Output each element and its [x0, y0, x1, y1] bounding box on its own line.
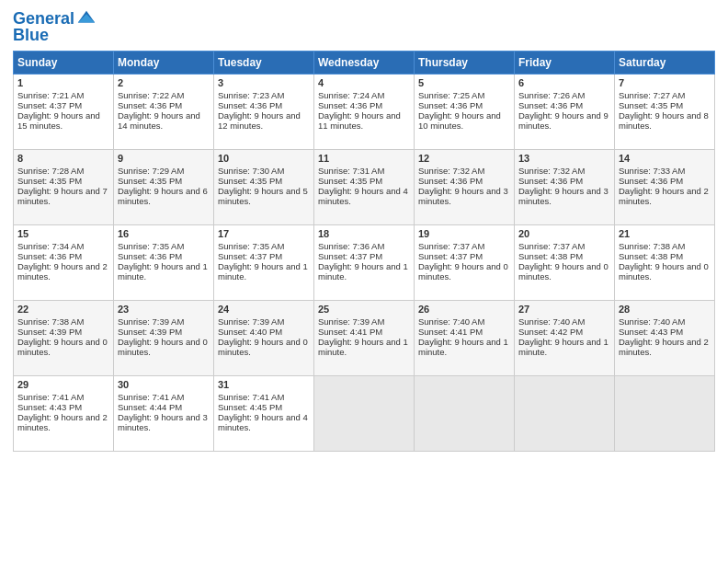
calendar-day-cell: 12 Sunrise: 7:32 AM Sunset: 4:36 PM Dayl…: [415, 150, 515, 225]
calendar-day-cell: 17 Sunrise: 7:35 AM Sunset: 4:37 PM Dayl…: [214, 225, 314, 301]
day-of-week-header: Monday: [114, 52, 214, 75]
daylight-text: Daylight: 9 hours and 1 minute.: [318, 261, 408, 282]
calendar-day-cell: 20 Sunrise: 7:37 AM Sunset: 4:38 PM Dayl…: [515, 225, 615, 301]
sunrise-text: Sunrise: 7:38 AM: [17, 316, 84, 327]
daylight-text: Daylight: 9 hours and 7 minutes.: [17, 186, 108, 206]
day-number: 29: [17, 379, 109, 390]
logo-blue: Blue: [13, 26, 97, 45]
sunset-text: Sunset: 4:45 PM: [218, 402, 282, 412]
day-of-week-header: Saturday: [615, 52, 715, 75]
header-row: SundayMondayTuesdayWednesdayThursdayFrid…: [14, 52, 715, 75]
sunrise-text: Sunrise: 7:28 AM: [17, 166, 84, 176]
sunrise-text: Sunrise: 7:25 AM: [418, 90, 484, 100]
day-number: 11: [318, 153, 410, 164]
calendar-day-cell: 8 Sunrise: 7:28 AM Sunset: 4:35 PM Dayli…: [14, 150, 114, 225]
day-number: 27: [518, 304, 610, 315]
header: General Blue: [13, 9, 715, 45]
calendar-day-cell: 23 Sunrise: 7:39 AM Sunset: 4:39 PM Dayl…: [114, 301, 214, 376]
logo: General Blue: [13, 9, 97, 45]
daylight-text: Daylight: 9 hours and 0 minutes.: [518, 261, 609, 282]
day-number: 1: [17, 77, 109, 88]
day-number: 5: [418, 77, 510, 88]
sunset-text: Sunset: 4:36 PM: [418, 100, 483, 110]
daylight-text: Daylight: 9 hours and 10 minutes.: [418, 110, 501, 131]
calendar-week-row: 22 Sunrise: 7:38 AM Sunset: 4:39 PM Dayl…: [14, 301, 715, 376]
daylight-text: Daylight: 9 hours and 3 minutes.: [118, 412, 208, 432]
sunrise-text: Sunrise: 7:29 AM: [118, 166, 184, 176]
daylight-text: Daylight: 9 hours and 1 minute.: [518, 337, 609, 357]
daylight-text: Daylight: 9 hours and 2 minutes.: [619, 186, 709, 206]
sunrise-text: Sunrise: 7:38 AM: [619, 241, 685, 251]
sunrise-text: Sunrise: 7:32 AM: [418, 166, 484, 176]
sunset-text: Sunset: 4:38 PM: [619, 251, 683, 261]
calendar-day-cell: 30 Sunrise: 7:41 AM Sunset: 4:44 PM Dayl…: [114, 376, 214, 452]
calendar-day-cell: [615, 376, 715, 452]
calendar-day-cell: 22 Sunrise: 7:38 AM Sunset: 4:39 PM Dayl…: [14, 301, 114, 376]
day-number: 14: [619, 153, 711, 164]
day-number: 18: [318, 228, 410, 239]
calendar-week-row: 15 Sunrise: 7:34 AM Sunset: 4:36 PM Dayl…: [14, 225, 715, 301]
sunset-text: Sunset: 4:37 PM: [318, 251, 382, 261]
calendar-day-cell: 26 Sunrise: 7:40 AM Sunset: 4:41 PM Dayl…: [415, 301, 515, 376]
calendar-day-cell: 13 Sunrise: 7:32 AM Sunset: 4:36 PM Dayl…: [515, 150, 615, 225]
sunrise-text: Sunrise: 7:39 AM: [318, 316, 384, 327]
sunset-text: Sunset: 4:41 PM: [318, 327, 382, 337]
sunrise-text: Sunrise: 7:34 AM: [17, 241, 84, 251]
sunrise-text: Sunrise: 7:23 AM: [218, 90, 284, 100]
calendar-day-cell: 6 Sunrise: 7:26 AM Sunset: 4:36 PM Dayli…: [515, 75, 615, 150]
daylight-text: Daylight: 9 hours and 3 minutes.: [518, 186, 609, 206]
day-number: 31: [218, 379, 310, 390]
calendar-day-cell: 29 Sunrise: 7:41 AM Sunset: 4:43 PM Dayl…: [14, 376, 114, 452]
calendar-day-cell: 2 Sunrise: 7:22 AM Sunset: 4:36 PM Dayli…: [114, 75, 214, 150]
sunset-text: Sunset: 4:44 PM: [118, 402, 182, 412]
sunset-text: Sunset: 4:37 PM: [17, 100, 82, 110]
sunset-text: Sunset: 4:42 PM: [518, 327, 583, 337]
daylight-text: Daylight: 9 hours and 8 minutes.: [619, 110, 709, 131]
day-number: 21: [619, 228, 711, 239]
day-number: 12: [418, 153, 510, 164]
day-of-week-header: Wednesday: [314, 52, 415, 75]
sunset-text: Sunset: 4:36 PM: [218, 100, 282, 110]
sunrise-text: Sunrise: 7:22 AM: [118, 90, 184, 100]
day-of-week-header: Sunday: [14, 52, 114, 75]
day-number: 10: [218, 153, 310, 164]
sunset-text: Sunset: 4:36 PM: [619, 176, 683, 186]
calendar-day-cell: 28 Sunrise: 7:40 AM Sunset: 4:43 PM Dayl…: [615, 301, 715, 376]
daylight-text: Daylight: 9 hours and 0 minutes.: [17, 337, 108, 357]
sunset-text: Sunset: 4:37 PM: [418, 251, 483, 261]
daylight-text: Daylight: 9 hours and 0 minutes.: [418, 261, 508, 282]
sunset-text: Sunset: 4:35 PM: [218, 176, 282, 186]
sunrise-text: Sunrise: 7:30 AM: [218, 166, 284, 176]
calendar-day-cell: 21 Sunrise: 7:38 AM Sunset: 4:38 PM Dayl…: [615, 225, 715, 301]
sunrise-text: Sunrise: 7:26 AM: [518, 90, 585, 100]
daylight-text: Daylight: 9 hours and 5 minutes.: [218, 186, 308, 206]
calendar-day-cell: 9 Sunrise: 7:29 AM Sunset: 4:35 PM Dayli…: [114, 150, 214, 225]
day-number: 19: [418, 228, 510, 239]
sunrise-text: Sunrise: 7:36 AM: [318, 241, 384, 251]
sunset-text: Sunset: 4:36 PM: [518, 100, 583, 110]
calendar-week-row: 1 Sunrise: 7:21 AM Sunset: 4:37 PM Dayli…: [14, 75, 715, 150]
sunrise-text: Sunrise: 7:40 AM: [418, 316, 484, 327]
calendar-day-cell: [314, 376, 415, 452]
calendar-day-cell: 16 Sunrise: 7:35 AM Sunset: 4:36 PM Dayl…: [114, 225, 214, 301]
sunrise-text: Sunrise: 7:41 AM: [218, 392, 284, 402]
day-number: 13: [518, 153, 610, 164]
sunset-text: Sunset: 4:43 PM: [619, 327, 683, 337]
calendar-day-cell: 7 Sunrise: 7:27 AM Sunset: 4:35 PM Dayli…: [615, 75, 715, 150]
calendar-day-cell: 25 Sunrise: 7:39 AM Sunset: 4:41 PM Dayl…: [314, 301, 415, 376]
day-of-week-header: Tuesday: [214, 52, 314, 75]
sunrise-text: Sunrise: 7:35 AM: [118, 241, 184, 251]
sunrise-text: Sunrise: 7:39 AM: [218, 316, 284, 327]
daylight-text: Daylight: 9 hours and 12 minutes.: [218, 110, 301, 131]
calendar-day-cell: 14 Sunrise: 7:33 AM Sunset: 4:36 PM Dayl…: [615, 150, 715, 225]
svg-marker-1: [78, 14, 95, 22]
sunset-text: Sunset: 4:35 PM: [318, 176, 382, 186]
day-number: 7: [619, 77, 711, 88]
sunrise-text: Sunrise: 7:39 AM: [118, 316, 184, 327]
daylight-text: Daylight: 9 hours and 0 minutes.: [218, 337, 308, 357]
sunrise-text: Sunrise: 7:41 AM: [118, 392, 184, 402]
sunset-text: Sunset: 4:36 PM: [118, 251, 182, 261]
sunrise-text: Sunrise: 7:33 AM: [619, 166, 685, 176]
sunset-text: Sunset: 4:36 PM: [318, 100, 382, 110]
daylight-text: Daylight: 9 hours and 9 minutes.: [518, 110, 609, 131]
